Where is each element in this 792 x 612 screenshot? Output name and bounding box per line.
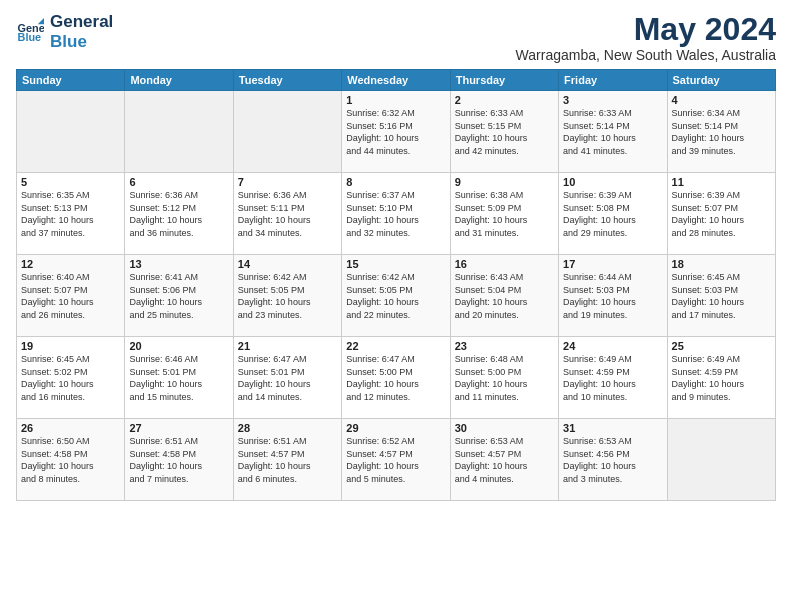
title-section: May 2024 Warragamba, New South Wales, Au… [516,12,776,63]
cell-week1-day3 [233,91,341,173]
day-number: 25 [672,340,771,352]
week-row-5: 26Sunrise: 6:50 AMSunset: 4:58 PMDayligh… [17,419,776,501]
cell-week5-day7 [667,419,775,501]
header: General Blue General Blue May 2024 Warra… [16,12,776,63]
day-info: Sunrise: 6:52 AMSunset: 4:57 PMDaylight:… [346,435,445,485]
cell-week2-day4: 8Sunrise: 6:37 AMSunset: 5:10 PMDaylight… [342,173,450,255]
col-sunday: Sunday [17,70,125,91]
col-wednesday: Wednesday [342,70,450,91]
location: Warragamba, New South Wales, Australia [516,47,776,63]
cell-week4-day6: 24Sunrise: 6:49 AMSunset: 4:59 PMDayligh… [559,337,667,419]
cell-week1-day5: 2Sunrise: 6:33 AMSunset: 5:15 PMDaylight… [450,91,558,173]
cell-week2-day2: 6Sunrise: 6:36 AMSunset: 5:12 PMDaylight… [125,173,233,255]
cell-week5-day3: 28Sunrise: 6:51 AMSunset: 4:57 PMDayligh… [233,419,341,501]
day-info: Sunrise: 6:49 AMSunset: 4:59 PMDaylight:… [563,353,662,403]
cell-week1-day4: 1Sunrise: 6:32 AMSunset: 5:16 PMDaylight… [342,91,450,173]
cell-week5-day1: 26Sunrise: 6:50 AMSunset: 4:58 PMDayligh… [17,419,125,501]
day-number: 26 [21,422,120,434]
cell-week1-day7: 4Sunrise: 6:34 AMSunset: 5:14 PMDaylight… [667,91,775,173]
day-info: Sunrise: 6:36 AMSunset: 5:11 PMDaylight:… [238,189,337,239]
day-number: 29 [346,422,445,434]
cell-week3-day6: 17Sunrise: 6:44 AMSunset: 5:03 PMDayligh… [559,255,667,337]
day-info: Sunrise: 6:47 AMSunset: 5:01 PMDaylight:… [238,353,337,403]
cell-week4-day4: 22Sunrise: 6:47 AMSunset: 5:00 PMDayligh… [342,337,450,419]
week-row-3: 12Sunrise: 6:40 AMSunset: 5:07 PMDayligh… [17,255,776,337]
header-row: Sunday Monday Tuesday Wednesday Thursday… [17,70,776,91]
day-number: 17 [563,258,662,270]
day-number: 7 [238,176,337,188]
day-info: Sunrise: 6:36 AMSunset: 5:12 PMDaylight:… [129,189,228,239]
day-info: Sunrise: 6:41 AMSunset: 5:06 PMDaylight:… [129,271,228,321]
col-thursday: Thursday [450,70,558,91]
col-friday: Friday [559,70,667,91]
day-number: 24 [563,340,662,352]
day-info: Sunrise: 6:33 AMSunset: 5:15 PMDaylight:… [455,107,554,157]
week-row-2: 5Sunrise: 6:35 AMSunset: 5:13 PMDaylight… [17,173,776,255]
day-info: Sunrise: 6:38 AMSunset: 5:09 PMDaylight:… [455,189,554,239]
cell-week2-day6: 10Sunrise: 6:39 AMSunset: 5:08 PMDayligh… [559,173,667,255]
day-number: 23 [455,340,554,352]
day-info: Sunrise: 6:37 AMSunset: 5:10 PMDaylight:… [346,189,445,239]
day-number: 18 [672,258,771,270]
day-number: 27 [129,422,228,434]
day-number: 20 [129,340,228,352]
day-number: 2 [455,94,554,106]
day-number: 22 [346,340,445,352]
day-info: Sunrise: 6:45 AMSunset: 5:02 PMDaylight:… [21,353,120,403]
day-number: 10 [563,176,662,188]
day-info: Sunrise: 6:47 AMSunset: 5:00 PMDaylight:… [346,353,445,403]
day-number: 14 [238,258,337,270]
cell-week1-day6: 3Sunrise: 6:33 AMSunset: 5:14 PMDaylight… [559,91,667,173]
week-row-1: 1Sunrise: 6:32 AMSunset: 5:16 PMDaylight… [17,91,776,173]
day-info: Sunrise: 6:33 AMSunset: 5:14 PMDaylight:… [563,107,662,157]
day-info: Sunrise: 6:48 AMSunset: 5:00 PMDaylight:… [455,353,554,403]
day-number: 31 [563,422,662,434]
calendar-table: Sunday Monday Tuesday Wednesday Thursday… [16,69,776,501]
day-number: 3 [563,94,662,106]
day-number: 9 [455,176,554,188]
cell-week2-day5: 9Sunrise: 6:38 AMSunset: 5:09 PMDaylight… [450,173,558,255]
svg-text:Blue: Blue [18,31,42,43]
day-info: Sunrise: 6:51 AMSunset: 4:57 PMDaylight:… [238,435,337,485]
cell-week3-day7: 18Sunrise: 6:45 AMSunset: 5:03 PMDayligh… [667,255,775,337]
day-info: Sunrise: 6:43 AMSunset: 5:04 PMDaylight:… [455,271,554,321]
cell-week4-day2: 20Sunrise: 6:46 AMSunset: 5:01 PMDayligh… [125,337,233,419]
cell-week4-day5: 23Sunrise: 6:48 AMSunset: 5:00 PMDayligh… [450,337,558,419]
day-number: 11 [672,176,771,188]
cell-week3-day2: 13Sunrise: 6:41 AMSunset: 5:06 PMDayligh… [125,255,233,337]
month-title: May 2024 [516,12,776,47]
day-number: 5 [21,176,120,188]
day-number: 28 [238,422,337,434]
day-number: 6 [129,176,228,188]
day-number: 16 [455,258,554,270]
cell-week5-day2: 27Sunrise: 6:51 AMSunset: 4:58 PMDayligh… [125,419,233,501]
day-info: Sunrise: 6:44 AMSunset: 5:03 PMDaylight:… [563,271,662,321]
day-number: 4 [672,94,771,106]
day-info: Sunrise: 6:45 AMSunset: 5:03 PMDaylight:… [672,271,771,321]
cell-week2-day7: 11Sunrise: 6:39 AMSunset: 5:07 PMDayligh… [667,173,775,255]
day-number: 13 [129,258,228,270]
cell-week4-day7: 25Sunrise: 6:49 AMSunset: 4:59 PMDayligh… [667,337,775,419]
cell-week5-day6: 31Sunrise: 6:53 AMSunset: 4:56 PMDayligh… [559,419,667,501]
svg-marker-2 [38,18,44,24]
day-number: 8 [346,176,445,188]
day-number: 21 [238,340,337,352]
day-info: Sunrise: 6:42 AMSunset: 5:05 PMDaylight:… [238,271,337,321]
logo-icon: General Blue [16,18,44,46]
logo-general: General [50,12,113,32]
cell-week1-day1 [17,91,125,173]
day-number: 19 [21,340,120,352]
day-info: Sunrise: 6:53 AMSunset: 4:56 PMDaylight:… [563,435,662,485]
day-info: Sunrise: 6:35 AMSunset: 5:13 PMDaylight:… [21,189,120,239]
logo-blue: Blue [50,32,113,52]
calendar-page: General Blue General Blue May 2024 Warra… [0,0,792,612]
cell-week1-day2 [125,91,233,173]
day-info: Sunrise: 6:34 AMSunset: 5:14 PMDaylight:… [672,107,771,157]
cell-week4-day3: 21Sunrise: 6:47 AMSunset: 5:01 PMDayligh… [233,337,341,419]
day-info: Sunrise: 6:46 AMSunset: 5:01 PMDaylight:… [129,353,228,403]
logo: General Blue General Blue [16,12,113,51]
day-info: Sunrise: 6:39 AMSunset: 5:08 PMDaylight:… [563,189,662,239]
day-info: Sunrise: 6:32 AMSunset: 5:16 PMDaylight:… [346,107,445,157]
col-tuesday: Tuesday [233,70,341,91]
cell-week3-day4: 15Sunrise: 6:42 AMSunset: 5:05 PMDayligh… [342,255,450,337]
